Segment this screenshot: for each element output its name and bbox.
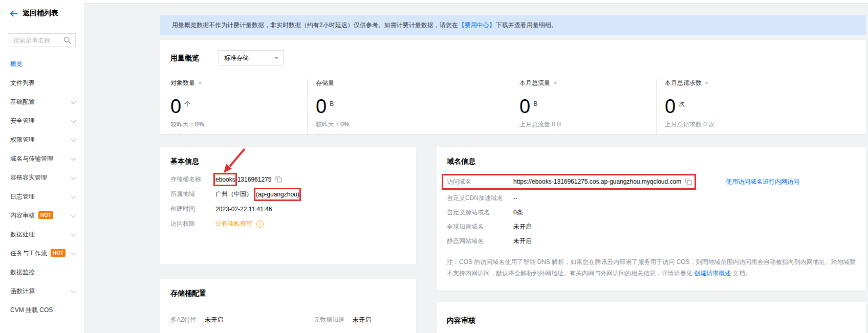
sidebar-item-label: 任务与工作流 xyxy=(10,250,47,257)
metadata-acceleration: 元数据加速 未开启 xyxy=(314,316,371,324)
sidebar-item-overview[interactable]: 概览 xyxy=(0,55,84,74)
usage-overview-title: 用量概览 xyxy=(170,54,199,62)
stat-object-count-dropdown[interactable]: 对象数量 xyxy=(170,79,302,87)
sidebar-item-label: 数据处理 xyxy=(10,231,35,238)
stat-sub: 较昨天0% xyxy=(316,120,506,129)
sidebar-item-task-workflow[interactable]: 任务与工作流HOT xyxy=(0,244,84,263)
cdn-domain-label: 自定义CDN加速域名 xyxy=(447,194,513,203)
chevron-down-icon xyxy=(71,232,76,237)
stat-sub-label: 较上月同期 xyxy=(316,133,346,134)
chevron-down-icon xyxy=(705,82,708,84)
chevron-down-icon xyxy=(71,213,76,218)
sidebar-item-log-management[interactable]: 日志管理 xyxy=(0,187,84,206)
stat-monthly-traffic-dropdown[interactable]: 本月总流量 xyxy=(519,79,651,87)
stat-sub-label: 较昨天 xyxy=(170,121,189,128)
search-icon[interactable] xyxy=(63,36,71,44)
sidebar-item-security[interactable]: 安全管理 xyxy=(0,112,84,130)
stat-sub-value: 0% xyxy=(340,121,349,128)
permission-label: 访问权限 xyxy=(170,219,215,228)
global-acceleration-row: 全球加速域名 未开启 xyxy=(447,219,856,234)
sidebar: 返回桶列表 概览 文件列表 基础配置 安全管理 权限管理 域名与传输管理 容错容… xyxy=(0,0,85,333)
metadata-acceleration-value: 未开启 xyxy=(353,316,371,324)
stat-sub-label: 上月总流量 0 B xyxy=(519,121,561,128)
sidebar-item-basic-config[interactable]: 基础配置 xyxy=(0,93,84,112)
region-row: 所属地域 广州（中国） (ap-guangzhou) xyxy=(170,187,406,202)
stat-number: 0 xyxy=(316,96,327,117)
origin-domain-row: 自定义源站域名 0条 xyxy=(447,205,856,219)
access-domain-row: 访问域名 https://ebooks-1316961275.cos.ap-gu… xyxy=(447,172,856,191)
static-website-value: 未开启 xyxy=(513,237,532,246)
sidebar-item-data-monitoring[interactable]: 数据监控 xyxy=(0,263,84,282)
stat-sub: 较昨天0% xyxy=(170,120,302,129)
bucket-name-row: 存储桶名称 ebooks-1316961275 xyxy=(170,172,406,187)
maz-feature: 多AZ特性 未开启 xyxy=(170,316,314,324)
create-request-overview-link[interactable]: 创建请求概述 xyxy=(694,270,731,277)
info-icon[interactable] xyxy=(256,220,264,228)
maz-label: 多AZ特性 xyxy=(170,316,197,324)
stat-sub: 较上月同期0% xyxy=(316,132,506,134)
top-strip xyxy=(85,0,868,4)
chevron-down-icon xyxy=(274,57,278,59)
sidebar-item-label: 内容审核 xyxy=(10,212,35,219)
content-audit-card: 内容审核 xyxy=(437,302,866,333)
intranet-access-link[interactable]: 使用访问域名进行内网访问 xyxy=(726,177,799,186)
global-acceleration-value: 未开启 xyxy=(513,223,532,231)
sidebar-item-label: 概览 xyxy=(10,60,23,68)
static-website-row: 静态网站域名 未开启 xyxy=(447,234,856,248)
sidebar-item-label: CVM 挂载 COS xyxy=(10,306,53,314)
sidebar-item-fault-tolerance[interactable]: 容错容灾管理 xyxy=(0,168,84,187)
origin-domain-value: 0条 xyxy=(513,208,523,217)
back-arrow-icon xyxy=(10,10,18,17)
sidebar-item-label: 安全管理 xyxy=(10,117,35,124)
stat-sub-value: 0% xyxy=(195,121,204,128)
bucket-config-title: 存储桶配置 xyxy=(170,289,406,297)
stat-sub-label: 较上月同期 xyxy=(170,133,201,134)
usage-stats: 对象数量 0 个 较昨天0% 较上月同期0% 存储量 0 xyxy=(170,79,856,134)
stat-sub: 上月总流量 0 B xyxy=(519,120,651,129)
sidebar-item-data-processing[interactable]: 数据处理 xyxy=(0,225,84,244)
stat-value: 0 B xyxy=(519,94,651,117)
chevron-down-icon xyxy=(71,156,76,161)
sidebar-item-content-audit[interactable]: 内容审核HOT xyxy=(0,206,84,225)
trend-up-icon xyxy=(336,121,339,128)
sidebar-item-label: 文件列表 xyxy=(10,79,35,86)
static-website-label: 静态网站域名 xyxy=(447,237,513,246)
chevron-down-icon xyxy=(71,251,76,256)
search-input[interactable] xyxy=(9,37,63,44)
stat-sub-label: 较昨天 xyxy=(316,121,334,128)
chevron-down-icon xyxy=(71,288,76,294)
metadata-acceleration-label: 元数据加速 xyxy=(314,316,344,324)
notice-text: 下载并查看用量明细。 xyxy=(496,21,557,30)
chevron-down-icon xyxy=(71,194,76,199)
access-domain-label: 访问域名 xyxy=(447,177,513,186)
sidebar-item-domain-transfer[interactable]: 域名与传输管理 xyxy=(0,149,84,168)
bucket-name-value: ebooks-1316961275 xyxy=(215,176,282,183)
storage-class-value: 标准存储 xyxy=(224,54,249,62)
copy-icon[interactable] xyxy=(275,176,282,183)
billing-center-link[interactable]: 【费用中心】 xyxy=(459,21,495,30)
permission-value: 公有读私有写 xyxy=(215,219,252,228)
sidebar-item-permissions[interactable]: 权限管理 xyxy=(0,130,84,149)
domain-info-title: 域名信息 xyxy=(447,157,856,165)
region-label: 所属地域 xyxy=(170,190,215,198)
back-to-bucket-list-button[interactable]: 返回桶列表 xyxy=(0,0,84,18)
storage-class-select[interactable]: 标准存储 xyxy=(219,50,284,65)
chevron-down-icon xyxy=(554,82,557,84)
chevron-down-icon xyxy=(71,118,76,123)
sidebar-menu: 概览 文件列表 基础配置 安全管理 权限管理 域名与传输管理 容错容灾管理 日志… xyxy=(0,55,84,320)
sidebar-item-cvm-mount[interactable]: CVM 挂载 COS xyxy=(0,301,84,320)
stat-number: 0 xyxy=(665,96,676,117)
region-name: 广州（中国） xyxy=(215,190,252,198)
stat-value: 0 次 xyxy=(665,94,851,117)
stat-monthly-requests: 本月总请求数 0 次 上月总请求数 0 次 xyxy=(656,79,856,134)
sidebar-item-function-compute[interactable]: 函数计算 xyxy=(0,282,84,301)
trend-up-icon xyxy=(190,121,193,128)
permission-row: 访问权限 公有读私有写 xyxy=(170,216,406,231)
copy-icon[interactable] xyxy=(685,179,692,185)
sidebar-item-file-list[interactable]: 文件列表 xyxy=(0,74,84,93)
stat-monthly-requests-dropdown[interactable]: 本月总请求数 xyxy=(665,79,851,87)
usage-notice-banner: 用量概览数据不作为计费计量数据，非实时数据（约有2小时延迟）仅供参考。如需计费计… xyxy=(160,15,866,35)
sidebar-item-label: 容错容灾管理 xyxy=(10,174,47,181)
stat-number: 0 xyxy=(519,96,530,117)
sidebar-item-label: 函数计算 xyxy=(10,287,35,295)
